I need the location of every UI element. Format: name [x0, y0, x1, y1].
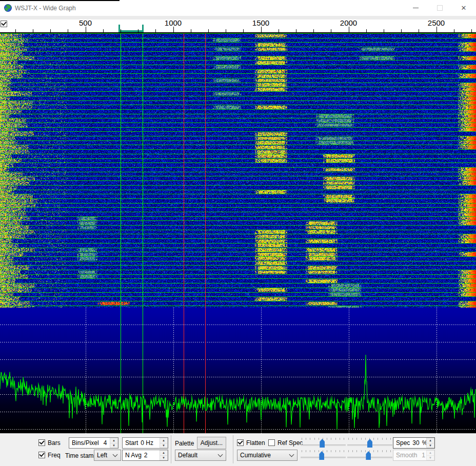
smooth-spinner[interactable]: Smooth1 ▲▼ [393, 450, 435, 461]
flatten-label: Flatten [246, 439, 265, 447]
bins-per-pixel-label: Bins/Pixel [72, 439, 99, 447]
spec-value: 30 [412, 439, 419, 447]
waterfall-zero-slider[interactable] [347, 437, 392, 449]
scale-tick [296, 29, 296, 32]
scale-tick-label: 1500 [252, 18, 269, 27]
separator [233, 435, 233, 463]
n-avg-label: N Avg [125, 452, 142, 459]
palette-label: Palette [175, 440, 194, 447]
n-avg-value: 2 [144, 452, 148, 459]
maximize-button[interactable] [428, 0, 451, 16]
top-edge-strip [0, 0, 120, 1]
smooth-value: 1 [422, 452, 425, 459]
scale-tick [419, 29, 419, 32]
scale-tick [261, 27, 262, 32]
rx-range-bracket-icon [118, 25, 144, 32]
minimize-icon [413, 8, 419, 8]
spinner-arrows-icon[interactable]: ▲▼ [110, 438, 118, 448]
spec-unit: % [422, 439, 426, 447]
scale-tick [103, 29, 104, 32]
scale-tick [331, 29, 331, 32]
minimize-button[interactable] [404, 0, 427, 16]
scale-tick-label: 1000 [165, 18, 182, 27]
wide-graph-window: WSJT-X - Wide Graph ✕ 500100015002000250… [0, 0, 476, 466]
scale-tick [33, 29, 33, 32]
scale-tick [384, 29, 384, 32]
palette-combobox[interactable]: Default [175, 450, 226, 461]
scale-tick [191, 29, 191, 32]
scale-tick [15, 29, 16, 32]
separator [171, 435, 171, 463]
maximize-icon [437, 5, 443, 11]
waterfall-gain-slider[interactable] [301, 437, 346, 449]
ref-spec-checkbox[interactable] [268, 439, 275, 446]
freq-checkbox[interactable] [38, 452, 45, 458]
spinner-arrows-icon[interactable]: ▲▼ [160, 450, 168, 460]
scale-tick [121, 29, 121, 32]
scale-tick-label: 2000 [340, 18, 357, 27]
adjust-button[interactable]: Adjust... [197, 437, 226, 449]
scale-tick [349, 27, 349, 32]
spinner-arrows-icon[interactable]: ▲▼ [160, 438, 168, 448]
spectrum-type-combobox[interactable]: Cumulative [237, 450, 298, 461]
smooth-label: Smooth [396, 452, 417, 459]
bars-label: Bars [48, 439, 61, 447]
chevron-down-icon [113, 452, 118, 457]
flatten-checkbox[interactable] [237, 439, 244, 446]
scale-checkbox[interactable] [1, 21, 7, 27]
spectrum-type-value: Cumulative [240, 452, 271, 459]
scale-tick [243, 29, 244, 32]
waterfall-display[interactable] [0, 33, 476, 308]
scale-tick [437, 27, 437, 32]
scale-tick [279, 29, 279, 32]
palette-value: Default [178, 452, 197, 459]
spinner-arrows-icon[interactable]: ▲▼ [426, 438, 434, 448]
slider-handle[interactable] [319, 451, 324, 460]
close-icon: ✕ [461, 5, 467, 11]
scale-tick [454, 29, 454, 32]
scale-tick [401, 29, 402, 32]
spinner-arrows-icon[interactable]: ▲▼ [426, 450, 434, 460]
control-panel: Bars Freq Bins/Pixel4 ▲▼ Start0 Hz ▲▼ Ti… [0, 433, 476, 466]
scale-tick-label: 500 [79, 18, 92, 27]
close-button[interactable]: ✕ [452, 0, 475, 16]
slider-handle[interactable] [366, 451, 371, 460]
spec-percent-spinner[interactable]: Spec30% ▲▼ [393, 437, 435, 449]
start-value: 0 Hz [141, 439, 153, 447]
spectrum-zero-slider[interactable] [347, 450, 392, 461]
start-hz-spinner[interactable]: Start0 Hz ▲▼ [122, 437, 168, 449]
scale-tick-label: 2500 [428, 18, 445, 27]
scale-tick [173, 27, 174, 32]
n-avg-spinner[interactable]: N Avg2 ▲▼ [122, 450, 168, 461]
time-stamp-label: Time stamp [65, 452, 97, 459]
chevron-down-icon [218, 452, 223, 457]
spec-label: Spec [396, 439, 410, 447]
frame-gap [0, 16, 476, 19]
scale-tick [313, 29, 314, 32]
bins-per-pixel-spinner[interactable]: Bins/Pixel4 ▲▼ [69, 437, 118, 449]
slider-ticks-icon [348, 450, 391, 452]
ref-spec-label: Ref Spec [277, 439, 303, 447]
scale-tick [138, 29, 138, 32]
title-bar: WSJT-X - Wide Graph ✕ [0, 0, 476, 16]
time-stamp-combobox[interactable]: Left [94, 450, 121, 461]
scale-tick [50, 29, 51, 32]
freq-label: Freq [48, 452, 61, 459]
spectrum-display[interactable] [0, 308, 476, 433]
scale-tick [226, 29, 226, 32]
frequency-scale[interactable]: 5001000150020002500 [0, 19, 476, 33]
time-stamp-value: Left [97, 452, 107, 459]
chevron-down-icon [289, 452, 294, 457]
scale-tick [86, 27, 86, 32]
slider-handle[interactable] [320, 439, 325, 448]
spectrum-gain-slider[interactable] [301, 450, 346, 461]
slider-ticks-icon [302, 450, 345, 452]
scale-tick [155, 29, 156, 32]
scale-tick [68, 29, 68, 32]
window-title: WSJT-X - Wide Graph [15, 5, 76, 12]
scale-tick [208, 29, 209, 32]
scale-tick [471, 29, 472, 32]
bars-checkbox[interactable] [38, 439, 45, 446]
bins-per-pixel-value: 4 [104, 439, 107, 447]
slider-handle[interactable] [367, 439, 372, 448]
